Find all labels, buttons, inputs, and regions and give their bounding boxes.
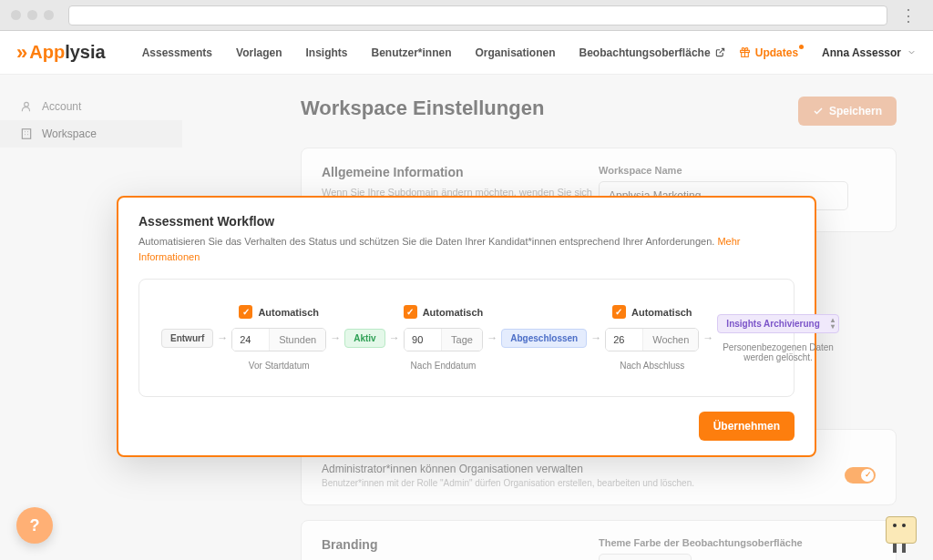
final-sublabel: Personenbezogenen Daten werden gelöscht. — [719, 342, 837, 362]
step3-sublabel: Nach Abschluss — [620, 361, 684, 371]
help-button[interactable]: ? — [16, 507, 53, 544]
modal-overlay: Assessment Workflow Automatisieren Sie d… — [0, 0, 933, 560]
workflow-card: Entwurf → ✓ Automatisch Stunden Vor Star… — [138, 279, 795, 397]
auto-label: Automatisch — [258, 307, 319, 318]
workflow-step-2: ✓ Automatisch Tage Nach Enddatum — [404, 305, 484, 371]
step3-value-input[interactable] — [606, 329, 642, 351]
step2-sublabel: Nach Enddatum — [411, 361, 477, 371]
status-badge-draft: Entwurf — [161, 329, 213, 348]
insights-archive-select[interactable]: Insights Archivierung ▴▾ — [717, 314, 838, 333]
stepper-icon: ▴▾ — [831, 317, 835, 330]
step3-unit: Wochen — [642, 329, 698, 351]
step1-value-input[interactable] — [232, 329, 269, 351]
modal-subtitle: Automatisieren Sie das Verhalten des Sta… — [138, 234, 795, 264]
arrow-icon: → — [487, 331, 497, 344]
step2-value-input[interactable] — [405, 329, 441, 351]
status-badge-active: Aktiv — [344, 329, 384, 348]
modal-title: Assessment Workflow — [138, 214, 795, 229]
arrow-icon: → — [590, 331, 601, 344]
workflow-step-final: Insights Archivierung ▴▾ Personenbezogen… — [717, 314, 838, 362]
arrow-icon: → — [389, 331, 400, 344]
check-icon: ✓ — [865, 470, 872, 479]
status-badge-done: Abgeschlossen — [501, 329, 587, 348]
step1-sublabel: Vor Startdatum — [249, 361, 310, 371]
workflow-step-3: ✓ Automatisch Wochen Nach Abschluss — [605, 305, 699, 371]
arrow-icon: → — [702, 331, 713, 344]
auto-label: Automatisch — [423, 307, 484, 318]
mascot-icon[interactable] — [882, 513, 920, 555]
step2-unit: Tage — [441, 329, 482, 351]
auto-checkbox-1[interactable]: ✓ — [239, 305, 252, 319]
apply-button[interactable]: Übernehmen — [699, 412, 795, 441]
step1-unit: Stunden — [269, 329, 325, 351]
auto-checkbox-3[interactable]: ✓ — [612, 305, 626, 319]
arrow-icon: → — [217, 331, 228, 344]
assessment-workflow-modal: Assessment Workflow Automatisieren Sie d… — [117, 196, 816, 457]
auto-checkbox-2[interactable]: ✓ — [404, 305, 417, 319]
auto-label: Automatisch — [631, 307, 692, 318]
arrow-icon: → — [330, 331, 341, 344]
workflow-step-1: ✓ Automatisch Stunden Vor Startdatum — [231, 305, 326, 371]
